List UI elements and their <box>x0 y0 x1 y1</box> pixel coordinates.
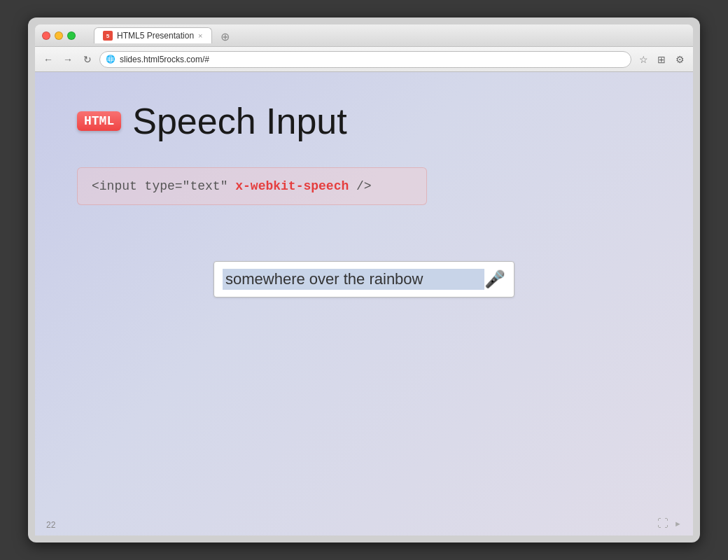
address-bar[interactable]: 🌐 slides.html5rocks.com/# <box>99 51 631 68</box>
code-prefix: <input type="text" <box>92 179 235 193</box>
wrench-button[interactable]: ⚙ <box>672 52 687 67</box>
monitor: 5 HTML5 Presentation × ⊕ ← → ↻ 🌐 slides.… <box>28 18 700 542</box>
reload-button[interactable]: ↻ <box>80 52 95 67</box>
bookmark-button[interactable]: ☆ <box>636 52 651 67</box>
browser-tab[interactable]: 5 HTML5 Presentation × <box>94 27 212 43</box>
slide-nav-hint: ► <box>674 519 682 528</box>
close-button[interactable] <box>42 31 50 40</box>
forward-button[interactable]: → <box>60 52 76 67</box>
slide-content: HTML Speech Input <input type="text" x-w… <box>35 72 693 536</box>
demo-area: somewhere over the rainbow 🎤 <box>77 261 651 298</box>
fullscreen-icon[interactable]: ⛶ <box>657 517 668 530</box>
tab-close-button[interactable]: × <box>198 31 202 40</box>
speech-input-container: somewhere over the rainbow 🎤 <box>214 261 514 298</box>
nav-actions: ☆ ⊞ ⚙ <box>636 52 687 67</box>
code-suffix: /> <box>349 179 371 193</box>
url-text: slides.html5rocks.com/# <box>120 55 209 64</box>
lock-icon: 🌐 <box>106 55 115 64</box>
maximize-button[interactable] <box>67 31 76 40</box>
code-highlight: x-webkit-speech <box>235 179 349 193</box>
speech-input-value[interactable]: somewhere over the rainbow <box>223 269 484 290</box>
browser-chrome: 5 HTML5 Presentation × ⊕ ← → ↻ 🌐 slides.… <box>35 24 693 72</box>
new-tab-button[interactable]: ⊕ <box>215 30 235 43</box>
page-title: Speech Input <box>132 100 346 142</box>
title-bar: 5 HTML5 Presentation × ⊕ <box>35 24 693 47</box>
minimize-button[interactable] <box>55 31 63 40</box>
nav-bar: ← → ↻ 🌐 slides.html5rocks.com/# ☆ ⊞ ⚙ <box>35 47 693 72</box>
slide-title-row: HTML Speech Input <box>77 100 651 142</box>
tab-title: HTML5 Presentation <box>117 31 194 41</box>
browser-content: HTML Speech Input <input type="text" x-w… <box>35 72 693 536</box>
extensions-button[interactable]: ⊞ <box>654 52 669 67</box>
microphone-icon[interactable]: 🎤 <box>484 270 505 289</box>
slide-number: 22 <box>46 520 55 530</box>
tab-favicon: 5 <box>103 31 113 41</box>
slide-footer-right: ⛶ ► <box>657 517 682 530</box>
code-block: <input type="text" x-webkit-speech /> <box>77 167 427 205</box>
back-button[interactable]: ← <box>41 52 56 67</box>
html-badge: HTML <box>77 111 121 131</box>
